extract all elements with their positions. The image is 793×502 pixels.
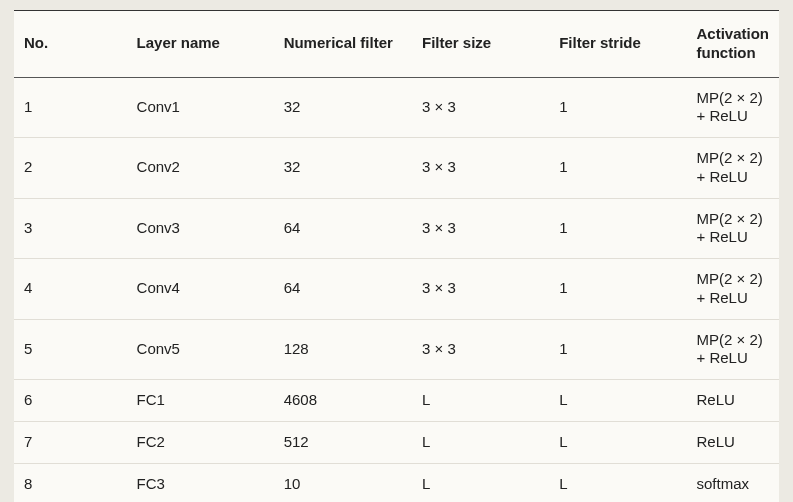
cell-numf: 10	[274, 463, 412, 502]
header-numerical-filter: Numerical filter	[274, 11, 412, 78]
table-body: 1 Conv1 32 3 × 3 1 MP(2 × 2) + ReLU 2 Co…	[14, 77, 779, 502]
cell-act: ReLU	[686, 421, 779, 463]
cell-numf: 128	[274, 319, 412, 380]
cell-no: 6	[14, 380, 127, 422]
table-row: 8 FC3 10 L L softmax	[14, 463, 779, 502]
cell-fsize: 3 × 3	[412, 77, 549, 138]
cell-no: 5	[14, 319, 127, 380]
cell-numf: 32	[274, 138, 412, 199]
cell-fsize: 3 × 3	[412, 319, 549, 380]
cell-fsize: L	[412, 421, 549, 463]
cell-layer: Conv5	[127, 319, 274, 380]
cell-stride: L	[549, 421, 686, 463]
cell-fsize: L	[412, 380, 549, 422]
cell-layer: Conv2	[127, 138, 274, 199]
cell-act: softmax	[686, 463, 779, 502]
cell-no: 4	[14, 259, 127, 320]
cell-stride: L	[549, 380, 686, 422]
cell-act: MP(2 × 2) + ReLU	[686, 138, 779, 199]
table-row: 6 FC1 4608 L L ReLU	[14, 380, 779, 422]
cell-act: MP(2 × 2) + ReLU	[686, 198, 779, 259]
cell-stride: 1	[549, 319, 686, 380]
cell-no: 3	[14, 198, 127, 259]
architecture-table: No. Layer name Numerical filter Filter s…	[14, 10, 779, 502]
header-no: No.	[14, 11, 127, 78]
header-activation: Activation function	[686, 11, 779, 78]
table-container: No. Layer name Numerical filter Filter s…	[0, 0, 793, 502]
cell-numf: 512	[274, 421, 412, 463]
cell-stride: 1	[549, 77, 686, 138]
cell-layer: FC3	[127, 463, 274, 502]
cell-layer: Conv3	[127, 198, 274, 259]
table-row: 7 FC2 512 L L ReLU	[14, 421, 779, 463]
cell-act: MP(2 × 2) + ReLU	[686, 77, 779, 138]
cell-layer: FC1	[127, 380, 274, 422]
table-header: No. Layer name Numerical filter Filter s…	[14, 11, 779, 78]
cell-act: ReLU	[686, 380, 779, 422]
cell-no: 2	[14, 138, 127, 199]
cell-no: 1	[14, 77, 127, 138]
table-row: 3 Conv3 64 3 × 3 1 MP(2 × 2) + ReLU	[14, 198, 779, 259]
cell-fsize: L	[412, 463, 549, 502]
header-row: No. Layer name Numerical filter Filter s…	[14, 11, 779, 78]
header-layer-name: Layer name	[127, 11, 274, 78]
cell-fsize: 3 × 3	[412, 138, 549, 199]
cell-stride: L	[549, 463, 686, 502]
cell-stride: 1	[549, 259, 686, 320]
cell-no: 7	[14, 421, 127, 463]
cell-layer: Conv4	[127, 259, 274, 320]
cell-numf: 32	[274, 77, 412, 138]
header-filter-size: Filter size	[412, 11, 549, 78]
cell-fsize: 3 × 3	[412, 198, 549, 259]
cell-numf: 4608	[274, 380, 412, 422]
cell-layer: FC2	[127, 421, 274, 463]
cell-layer: Conv1	[127, 77, 274, 138]
table-row: 5 Conv5 128 3 × 3 1 MP(2 × 2) + ReLU	[14, 319, 779, 380]
table-row: 2 Conv2 32 3 × 3 1 MP(2 × 2) + ReLU	[14, 138, 779, 199]
cell-act: MP(2 × 2) + ReLU	[686, 319, 779, 380]
cell-stride: 1	[549, 138, 686, 199]
cell-fsize: 3 × 3	[412, 259, 549, 320]
cell-no: 8	[14, 463, 127, 502]
cell-numf: 64	[274, 198, 412, 259]
cell-stride: 1	[549, 198, 686, 259]
table-row: 1 Conv1 32 3 × 3 1 MP(2 × 2) + ReLU	[14, 77, 779, 138]
cell-numf: 64	[274, 259, 412, 320]
header-filter-stride: Filter stride	[549, 11, 686, 78]
table-row: 4 Conv4 64 3 × 3 1 MP(2 × 2) + ReLU	[14, 259, 779, 320]
cell-act: MP(2 × 2) + ReLU	[686, 259, 779, 320]
